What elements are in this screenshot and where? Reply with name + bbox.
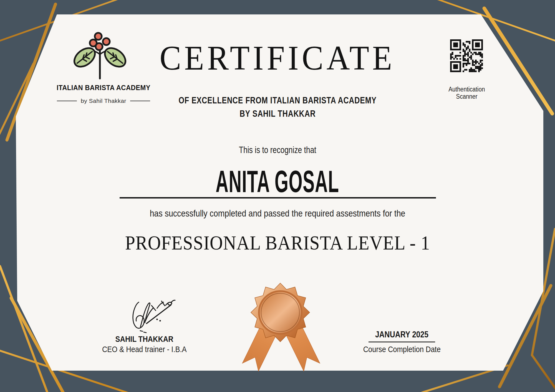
certificate-subtitle-line2: BY SAHIL THAKKAR xyxy=(0,109,555,118)
completion-date-label: Course Completion Date xyxy=(124,345,555,353)
recognize-line: This is to recognize that xyxy=(0,145,555,154)
completion-date-value: JANUARY 2025 xyxy=(124,330,555,339)
date-underline xyxy=(369,342,435,342)
certificate: ITALIAN BARISTA ACADEMY by Sahil Thakkar… xyxy=(0,0,555,392)
completion-line: has successfully completed and passed th… xyxy=(0,208,555,218)
certificate-title: CERTIFICATE xyxy=(0,41,555,75)
course-title: PROFESSIONAL BARISTA LEVEL - 1 xyxy=(0,233,555,253)
name-underline xyxy=(120,197,436,198)
recipient-name: ANITA GOSAL xyxy=(0,166,555,197)
qr-label: Authentication Scanner xyxy=(189,78,555,100)
